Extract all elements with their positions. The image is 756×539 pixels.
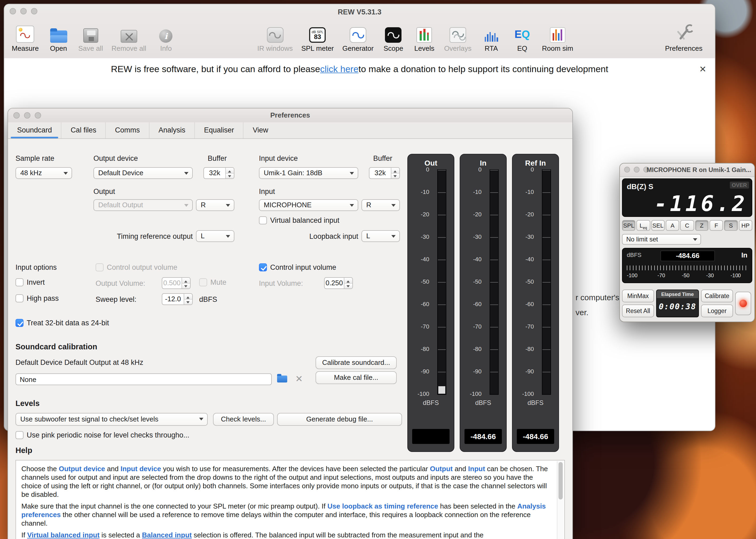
spl-button-a[interactable]: A [666,220,679,231]
output-device-select[interactable]: Default Device [94,167,193,179]
help-link[interactable]: Input device [120,465,161,473]
close-button[interactable] [624,167,630,173]
help-link[interactable]: Input [468,465,485,473]
help-scrollbar-thumb[interactable] [558,462,563,500]
open-icon [50,31,67,43]
donation-link[interactable]: click here [320,64,359,75]
toolbar-generator[interactable]: Generator [342,21,374,52]
meter-track [542,169,551,395]
toolbar-rta[interactable]: RTA [480,21,503,52]
calibrate-button[interactable]: Calibrate [701,289,733,302]
toolbar-preferences[interactable]: Preferences [665,21,702,52]
meter-channel-label: Out [408,159,454,167]
help-paragraph: Make sure that the input channel is the … [21,502,553,528]
limit-select[interactable]: No limit set [622,234,701,245]
meter-scale-label: -40 [525,256,534,262]
tab-view[interactable]: View [243,122,277,138]
clear-calibration-icon[interactable]: ✕ [295,373,303,385]
help-link[interactable]: Output device [59,465,105,473]
spl-button-f[interactable]: F [710,220,723,231]
output-buffer-stepper[interactable]: 32k [203,167,235,179]
sample-rate-select[interactable]: 48 kHz [16,167,72,179]
donation-banner: REW is free software, but if you can aff… [4,58,715,81]
waveform-glyph [20,33,30,38]
spl-button-c[interactable]: C [680,220,694,231]
input-volume-stepper[interactable]: 0.250 [324,277,353,289]
tab-comms[interactable]: Comms [105,122,149,138]
minimize-button[interactable] [634,167,640,173]
banner-close-icon[interactable]: ✕ [699,64,706,74]
levels-heading: Levels [16,399,39,408]
input-channel-select[interactable]: R [362,199,400,211]
tab-soundcard[interactable]: Soundcard [8,122,61,138]
sweep-level-stepper[interactable]: -12.0 [162,293,193,305]
stepper-arrows[interactable] [391,168,399,179]
make-cal-file-button[interactable]: Make cal file... [315,371,397,384]
minmax-button[interactable]: MinMax [622,289,654,302]
virtual-balanced-input-checkbox[interactable] [259,216,267,224]
toolbar-open[interactable]: Open [47,21,70,52]
calibration-file-input[interactable] [16,373,272,385]
stepper-arrows[interactable] [344,278,352,288]
toolbar-label: SPL meter [302,44,334,52]
invert-checkbox[interactable] [16,278,24,286]
toolbar-spl-meter[interactable]: dB SPL83SPL meter [302,21,334,52]
high-pass-checkbox[interactable] [16,294,24,302]
control-output-volume-checkbox [96,263,103,271]
help-text: Make sure that the input channel is the … [21,502,327,510]
spl-button-z[interactable]: Z [695,220,709,231]
output-select: Default Output [94,199,193,211]
help-link[interactable]: Virtual balanced input [27,531,100,539]
toolbar-eq[interactable]: EQEQ [511,21,533,52]
control-input-volume-checkbox[interactable] [259,263,267,271]
toolbar-room-sim[interactable]: Room sim [542,21,573,52]
calibrate-soundcard-button[interactable]: Calibrate soundcard... [315,356,397,369]
treat-32bit-checkbox[interactable] [16,319,24,327]
logger-button[interactable]: Logger [701,304,733,317]
input-device-select[interactable]: Umik-1 Gain: 18dB [259,167,358,179]
help-text: the other channel will be used a referen… [21,511,531,527]
levels-mode-select[interactable]: Use subwoofer test signal to check/set l… [16,413,208,426]
browse-folder-icon[interactable] [277,375,287,382]
stepper-arrows[interactable] [225,168,234,179]
spl-button-leq[interactable]: Leq [637,220,650,231]
meter-scale-label: -10 [473,189,482,195]
meter-scale-label: -40 [421,256,429,262]
timing-reference-label: Timing reference output [109,232,193,240]
output-device-label: Output device [94,154,138,162]
help-link[interactable]: Use loopback as timing reference [327,502,438,510]
toolbar-levels[interactable]: Levels [413,21,436,52]
loopback-input-select[interactable]: L [362,230,400,242]
tab-cal-files[interactable]: Cal files [61,122,105,138]
check-levels-button[interactable]: Check levels... [213,413,274,426]
pink-noise-checkbox[interactable] [16,431,24,439]
help-paragraph: Choose the Output device and Input devic… [21,465,553,499]
timing-reference-select[interactable]: L [196,230,235,242]
dialog-title: Preferences [8,111,572,119]
toolbar-scope[interactable]: Scope [382,21,405,52]
output-volume-label: Output Volume: [96,279,145,287]
tab-equaliser[interactable]: Equaliser [194,122,243,138]
spl-button-s[interactable]: S [724,220,738,231]
output-channel-select[interactable]: R [196,199,235,211]
tab-analysis[interactable]: Analysis [149,122,195,138]
stepper-arrows[interactable] [184,294,192,304]
help-link[interactable]: Output [430,465,453,473]
generate-debug-button[interactable]: Generate debug file... [277,413,402,426]
reset-all-button[interactable]: Reset All [622,304,654,317]
help-link[interactable]: Balanced input [142,531,192,539]
meter-scale-label: 0 [426,166,429,173]
toolbar-measure[interactable]: Measure [12,21,39,52]
spl-button-sel[interactable]: SEL [651,220,665,231]
spl-button-spl[interactable]: SPL [622,220,636,231]
buffer-label: Buffer [208,154,227,162]
record-button[interactable] [735,292,751,315]
input-select[interactable]: MICROPHONE [259,199,358,211]
meter-scale-label: -80 [421,346,429,352]
buffer-value: 32k [370,168,391,179]
window-title: REW V5.31.3 [4,8,715,16]
input-buffer-stepper[interactable]: 32k [369,167,400,179]
buffer-value: 32k [204,168,225,179]
spl-button-hp[interactable]: HP [739,220,752,231]
level-meter-in: In0-10-20-30-40-50-60-70-80-90-100dBFS-4… [460,154,507,452]
